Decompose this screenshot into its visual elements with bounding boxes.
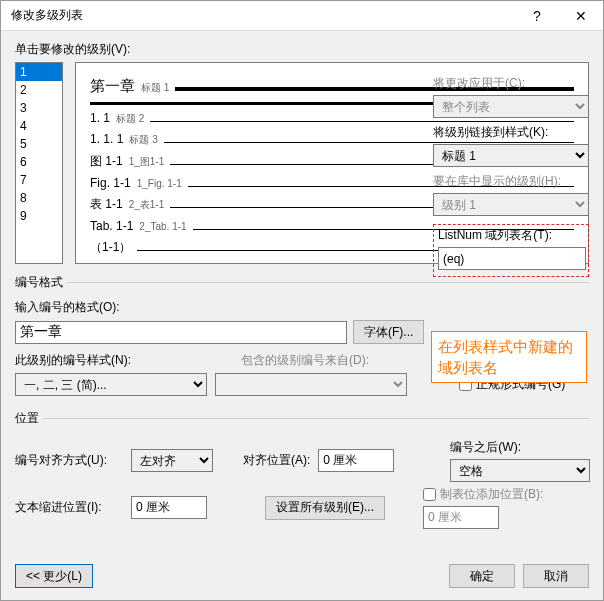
tab-checkbox-wrap[interactable]: 制表位添加位置(B): — [423, 486, 543, 503]
indent-label: 文本缩进位置(I): — [15, 499, 123, 516]
level-item[interactable]: 2 — [16, 81, 62, 99]
follow-select[interactable]: 空格 — [450, 459, 590, 482]
level-item[interactable]: 8 — [16, 189, 62, 207]
link-style-select[interactable]: 标题 1 — [433, 144, 589, 167]
cancel-button[interactable]: 取消 — [523, 564, 589, 588]
level-list[interactable]: 123456789 — [15, 62, 63, 264]
levels-label: 单击要修改的级别(V): — [15, 41, 589, 58]
format-input[interactable] — [15, 321, 347, 344]
format-input-label: 输入编号的格式(O): — [15, 299, 589, 316]
listnum-label: ListNum 域列表名(T): — [438, 227, 584, 244]
numstyle-label: 此级别的编号样式(N): — [15, 352, 233, 369]
level-item[interactable]: 5 — [16, 135, 62, 153]
gallery-select[interactable]: 级别 1 — [433, 193, 589, 216]
help-icon[interactable]: ? — [515, 1, 559, 31]
include-select[interactable] — [215, 373, 407, 396]
titlebar: 修改多级列表 ? ✕ — [1, 1, 603, 31]
dialog-title: 修改多级列表 — [11, 7, 515, 24]
indent-input[interactable] — [131, 496, 207, 519]
level-item[interactable]: 9 — [16, 207, 62, 225]
ok-button[interactable]: 确定 — [449, 564, 515, 588]
less-button[interactable]: << 更少(L) — [15, 564, 93, 588]
font-button[interactable]: 字体(F)... — [353, 320, 424, 344]
follow-label: 编号之后(W): — [450, 439, 590, 456]
position-legend: 位置 — [15, 410, 43, 427]
numstyle-select[interactable]: 一, 二, 三 (简)... — [15, 373, 207, 396]
tab-checkbox[interactable] — [423, 488, 436, 501]
format-legend: 编号格式 — [15, 274, 67, 291]
apply-to-label: 将更改应用于(C): — [433, 75, 589, 92]
listnum-input[interactable] — [438, 247, 586, 270]
align-at-input[interactable] — [318, 449, 394, 472]
gallery-label: 要在库中显示的级别(H): — [433, 173, 589, 190]
listnum-group: ListNum 域列表名(T): — [433, 224, 589, 277]
level-item[interactable]: 1 — [16, 63, 62, 81]
align-at-label: 对齐位置(A): — [243, 452, 310, 469]
tab-label: 制表位添加位置(B): — [440, 486, 543, 503]
level-item[interactable]: 4 — [16, 117, 62, 135]
position-group: 位置 编号对齐方式(U): 左对齐 对齐位置(A): 编号之后(W): 空格 文… — [15, 410, 590, 533]
align-label: 编号对齐方式(U): — [15, 452, 123, 469]
annotation-callout: 在列表样式中新建的域列表名 — [431, 331, 587, 383]
align-select[interactable]: 左对齐 — [131, 449, 213, 472]
set-all-levels-button[interactable]: 设置所有级别(E)... — [265, 496, 385, 520]
tab-input — [423, 506, 499, 529]
level-item[interactable]: 3 — [16, 99, 62, 117]
close-icon[interactable]: ✕ — [559, 1, 603, 31]
apply-to-select[interactable]: 整个列表 — [433, 95, 589, 118]
level-item[interactable]: 7 — [16, 171, 62, 189]
level-item[interactable]: 6 — [16, 153, 62, 171]
include-label: 包含的级别编号来自(D): — [241, 352, 369, 369]
link-style-label: 将级别链接到样式(K): — [433, 124, 589, 141]
